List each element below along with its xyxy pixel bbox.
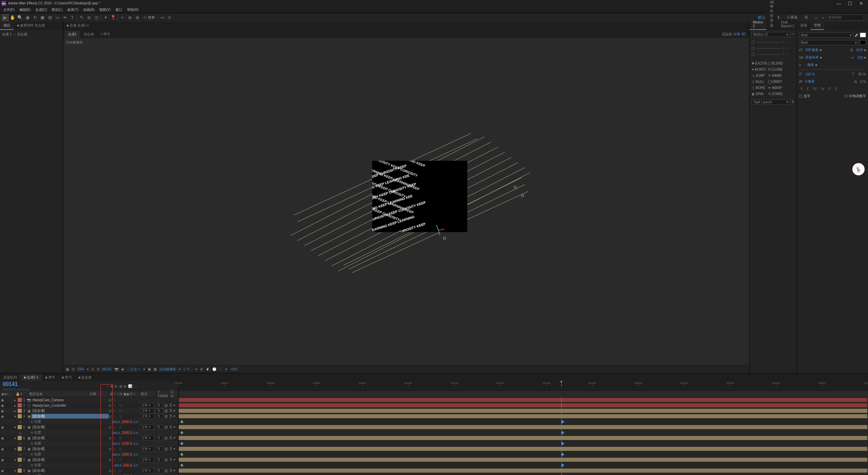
parent-dropdown[interactable]: 无 ▾: [169, 403, 175, 408]
parent-pickwhip-icon[interactable]: @: [164, 425, 168, 429]
parent-dropdown[interactable]: 无 ▾: [169, 414, 175, 419]
font-style-dropdown[interactable]: Bold▾: [799, 40, 858, 45]
composition-viewer[interactable]: 活动摄像机: [63, 38, 749, 365]
motion-btn-excite[interactable]: ✚EXCITE: [752, 61, 766, 66]
trkmat-dropdown[interactable]: 无: [156, 414, 163, 419]
font-family-dropdown[interactable]: Arial▾: [799, 33, 853, 38]
blend-mode-dropdown[interactable]: 正常 ▾: [140, 436, 154, 441]
layer-name[interactable]: [总合成]: [31, 408, 109, 413]
workspace-more[interactable]: »: [813, 15, 819, 20]
view-axis-icon[interactable]: ⊗: [133, 14, 141, 21]
minimize-button[interactable]: —: [836, 1, 841, 6]
keyframe-nav-icon[interactable]: ◇: [19, 463, 22, 467]
baseline-value[interactable]: 0 像素: [805, 79, 815, 84]
twirl-icon[interactable]: ▸: [14, 398, 18, 402]
layer-row[interactable]: ◉▾7▣[总合成]⊞＼☉正常 ▾无@无 ▾: [0, 446, 868, 452]
comp-tab-1[interactable]: 合成1: [65, 31, 80, 38]
menu-文件(F)[interactable]: 文件(F): [1, 7, 17, 13]
layer-bar[interactable]: [179, 398, 867, 402]
switches[interactable]: ⊞＼☉: [109, 457, 139, 462]
tsume-value[interactable]: 0 %: [860, 80, 866, 84]
layer-bar[interactable]: [179, 436, 867, 440]
label-color[interactable]: [18, 425, 22, 429]
motion-slider-2[interactable]: [757, 48, 780, 49]
label-color[interactable]: [18, 458, 22, 462]
trkmat-dropdown[interactable]: 无: [156, 436, 163, 441]
twirl-icon[interactable]: ▾: [14, 436, 18, 440]
3d-icon[interactable]: ⬚: [219, 367, 222, 371]
pen-tool[interactable]: ✒: [61, 14, 69, 21]
task-launch-dropdown[interactable]: Task Launch▾: [752, 100, 790, 105]
vscale-value[interactable]: 150 %: [805, 72, 815, 76]
grid-icon[interactable]: ▦: [66, 367, 69, 371]
label-color[interactable]: [18, 469, 22, 473]
motion-btn-blend[interactable]: ⬡BLEND: [768, 61, 783, 66]
trkmat-dropdown[interactable]: 无: [156, 425, 163, 430]
twirl-icon[interactable]: ▾: [14, 469, 18, 473]
visibility-toggle[interactable]: ◉: [0, 409, 5, 413]
parent-pickwhip-icon[interactable]: @: [164, 469, 168, 473]
property-row[interactable]: ◇⊙ 位置960.0, 1330.0, 0.0: [0, 441, 868, 446]
property-row[interactable]: ◇⊙ 位置960.0, 1080.0, 0.0: [0, 452, 868, 457]
layer-bar[interactable]: [179, 403, 867, 407]
blend-mode-dropdown[interactable]: 正常 ▾: [140, 414, 154, 419]
faux-btn-2[interactable]: TT: [811, 87, 818, 92]
visibility-toggle[interactable]: ◉: [0, 404, 5, 407]
layer-name[interactable]: [总合成]: [31, 446, 109, 451]
layer-name[interactable]: [总合成]: [31, 457, 109, 462]
keyframe-icon[interactable]: [180, 464, 184, 467]
tl-search-icon[interactable]: ⌕: [107, 384, 109, 388]
fast-preview-icon[interactable]: ⚡: [205, 367, 210, 371]
keyframe-icon[interactable]: [180, 442, 184, 445]
faux-btn-0[interactable]: T: [799, 87, 804, 92]
layer-bar[interactable]: [179, 458, 867, 462]
camera-tool[interactable]: ▣: [39, 14, 46, 21]
twirl-icon[interactable]: ▾: [14, 415, 18, 418]
hscale-value[interactable]: 95 %: [858, 72, 866, 76]
layer-name[interactable]: [总合成]: [31, 414, 109, 419]
menu-图层(L)[interactable]: 图层(L): [50, 7, 65, 13]
blend-mode-dropdown[interactable]: 正常 ▾: [140, 425, 154, 430]
label-color[interactable]: [18, 436, 22, 440]
orbit-tool[interactable]: ◉: [24, 14, 31, 21]
property-row[interactable]: ◇⊙ 位置960.0, 1580.0, 0.0: [0, 430, 868, 435]
position-value[interactable]: 960.0, 1080.0, 0.0: [112, 453, 139, 456]
world-axis-icon[interactable]: ⊕: [126, 14, 133, 21]
motion-ease-in-radio[interactable]: [752, 40, 755, 44]
tl-draft3d-icon[interactable]: ⬚: [133, 384, 137, 388]
search-input[interactable]: 搜索帮助: [827, 15, 864, 21]
pixel-aspect-icon[interactable]: ⊞: [200, 367, 203, 371]
twirl-icon[interactable]: ▸: [14, 409, 18, 413]
faux-btn-1[interactable]: T: [805, 87, 810, 92]
resolution-full-icon[interactable]: ⊡: [91, 367, 94, 371]
tab-script-manager[interactable]: AE脚本管理器: [766, 0, 778, 30]
motion-btn-orbit[interactable]: ◯ORBIT: [768, 79, 783, 84]
puppet-tool[interactable]: 📍: [109, 14, 117, 21]
snapshot-icon[interactable]: 📷: [114, 367, 119, 371]
type-tool[interactable]: T: [69, 14, 76, 21]
stroke-color-swatch[interactable]: [860, 40, 866, 45]
timeline-tab-2[interactable]: ■ 序号: [42, 374, 58, 381]
motion-btn-spin[interactable]: ◐SPIN: [752, 91, 766, 96]
blend-mode-dropdown[interactable]: 正常 ▾: [140, 446, 154, 452]
position-value[interactable]: 960.0, 830.0, 0.0: [114, 463, 139, 467]
font-size-value[interactable]: 100 像素: [805, 48, 818, 52]
motion-btn-clone[interactable]: ⎘CLONE: [768, 67, 783, 72]
layer-panel-tab[interactable]: ■ 合成 合成1 ≡: [63, 22, 92, 30]
blend-mode-dropdown[interactable]: 正常 ▾: [140, 468, 154, 473]
parent-pickwhip-icon[interactable]: @: [164, 458, 168, 462]
visibility-toggle[interactable]: ◉: [0, 425, 5, 429]
timeline-icon[interactable]: 🕐: [212, 367, 216, 371]
layer-row[interactable]: ◉▸3▣[总合成]⊞＼☉正常 ▾无@无 ▾: [0, 408, 868, 414]
keyframe-icon[interactable]: [180, 453, 184, 456]
resolution-half-icon[interactable]: ⊟: [97, 367, 100, 371]
rotation-tool[interactable]: ↻: [31, 14, 39, 21]
motion-btn-name[interactable]: ✎NAME: [768, 73, 783, 78]
motion-btn-burst[interactable]: ✦BURST: [752, 67, 766, 72]
twirl-icon[interactable]: ▾: [14, 425, 18, 429]
brush-tool[interactable]: ✎: [78, 14, 85, 21]
menu-视图(V)[interactable]: 视图(V): [97, 7, 112, 13]
visibility-toggle[interactable]: ◉: [0, 436, 5, 440]
blend-mode-dropdown[interactable]: 正常 ▾: [140, 408, 154, 414]
tracking-value[interactable]: 100: [857, 56, 863, 59]
